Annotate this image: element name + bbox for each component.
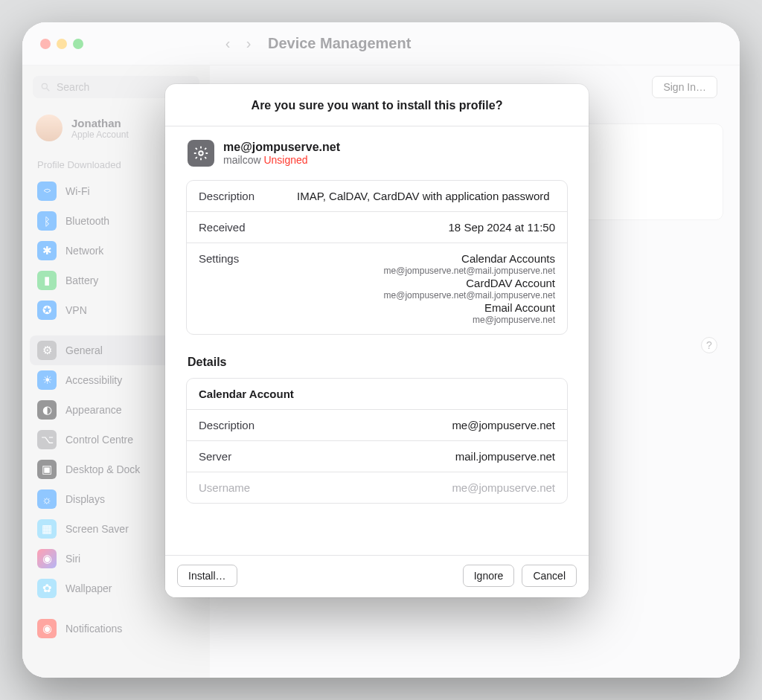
detail-label: Description xyxy=(199,419,286,431)
setting-main: CardDAV Account xyxy=(297,277,555,289)
modal-title: Are you sure you want to install this pr… xyxy=(165,84,589,126)
profile-name: me@jompuserve.net xyxy=(223,141,340,154)
value-received: 18 Sep 2024 at 11:50 xyxy=(297,221,555,234)
detail-row-username: Username me@jompuserve.net xyxy=(187,472,567,503)
details-title: Details xyxy=(186,345,568,378)
profile-info-card: Description IMAP, CalDAV, CardDAV with a… xyxy=(186,180,568,335)
profile-gear-icon xyxy=(188,140,214,167)
ignore-button[interactable]: Ignore xyxy=(463,565,515,587)
svg-point-2 xyxy=(199,151,203,155)
details-card-title: Calendar Account xyxy=(187,379,567,410)
profile-subline: mailcow Unsigned xyxy=(223,154,340,166)
setting-sub: me@jompuserve.net@mail.jompuserve.net xyxy=(297,290,555,301)
setting-sub: me@jompuserve.net xyxy=(297,315,555,325)
detail-label: Server xyxy=(199,450,286,463)
label-received: Received xyxy=(199,221,286,234)
row-description: Description IMAP, CalDAV, CardDAV with a… xyxy=(187,181,567,211)
profile-source: mailcow xyxy=(223,154,261,166)
label-settings: Settings xyxy=(199,252,286,325)
modal-button-bar: Install… Ignore Cancel xyxy=(165,555,589,597)
cancel-button[interactable]: Cancel xyxy=(522,565,577,587)
label-description: Description xyxy=(199,190,286,202)
install-profile-modal: Are you sure you want to install this pr… xyxy=(165,84,589,597)
modal-body: me@jompuserve.net mailcow Unsigned Descr… xyxy=(165,126,589,555)
detail-value: me@jompuserve.net xyxy=(297,419,555,431)
profile-header: me@jompuserve.net mailcow Unsigned xyxy=(186,140,568,167)
detail-value: mail.jompuserve.net xyxy=(297,450,555,463)
detail-row-server: Server mail.jompuserve.net xyxy=(187,440,567,472)
row-received: Received 18 Sep 2024 at 11:50 xyxy=(187,211,567,243)
detail-row-description: Description me@jompuserve.net xyxy=(187,410,567,440)
setting-sub: me@jompuserve.net@mail.jompuserve.net xyxy=(297,266,555,276)
profile-status: Unsigned xyxy=(263,154,307,166)
row-settings: Settings Calendar Accounts me@jompuserve… xyxy=(187,243,567,334)
value-description: IMAP, CalDAV, CardDAV with application p… xyxy=(297,190,555,202)
value-settings: Calendar Accounts me@jompuserve.net@mail… xyxy=(297,252,555,325)
detail-value: me@jompuserve.net xyxy=(297,481,555,494)
setting-main: Email Account xyxy=(297,301,555,314)
install-button[interactable]: Install… xyxy=(177,565,237,587)
details-card: Calendar Account Description me@jompuser… xyxy=(186,378,568,504)
setting-main: Calendar Accounts xyxy=(297,252,555,265)
detail-label: Username xyxy=(199,481,286,494)
